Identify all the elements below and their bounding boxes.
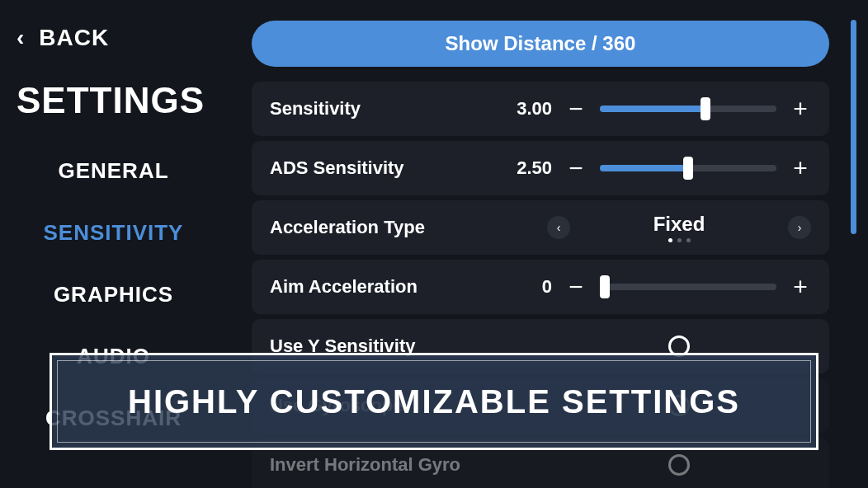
show-distance-label: Show Distance / 360 <box>446 32 636 55</box>
label-sensitivity: Sensitivity <box>270 98 493 120</box>
corner-icon <box>807 439 818 450</box>
banner-text: HIGHLY CUSTOMIZABLE SETTINGS <box>128 383 740 420</box>
corner-icon <box>50 439 61 450</box>
scrollbar[interactable] <box>851 20 856 473</box>
page-title: SETTINGS <box>17 80 210 121</box>
row-sensitivity: Sensitivity 3.00 − + <box>252 82 829 136</box>
slider-ads-sensitivity[interactable] <box>600 157 776 179</box>
increment-sensitivity[interactable]: + <box>790 95 811 123</box>
increment-ads[interactable]: + <box>790 154 811 182</box>
selector-value: Fixed <box>653 213 705 236</box>
promo-banner: HIGHLY CUSTOMIZABLE SETTINGS <box>50 353 818 450</box>
label-ads-sensitivity: ADS Sensitivity <box>270 157 493 179</box>
decrement-ads[interactable]: − <box>565 154 587 182</box>
label-acceleration-type: Acceleration Type <box>270 217 534 238</box>
scrollbar-thumb[interactable] <box>851 20 856 234</box>
tab-sensitivity[interactable]: SENSITIVITY <box>44 220 184 246</box>
selector-prev[interactable]: ‹ <box>547 216 570 239</box>
selector-next[interactable]: › <box>788 216 811 239</box>
label-aim-acceleration: Aim Acceleration <box>270 276 493 298</box>
selector-dots <box>668 238 691 242</box>
show-distance-button[interactable]: Show Distance / 360 <box>252 21 829 67</box>
slider-thumb[interactable] <box>600 275 610 298</box>
increment-aim-accel[interactable]: + <box>790 273 811 301</box>
slider-sensitivity[interactable] <box>600 98 776 120</box>
row-aim-acceleration: Aim Acceleration 0 − + <box>252 260 829 314</box>
value-aim-acceleration: 0 <box>506 276 552 298</box>
back-label: BACK <box>39 25 109 51</box>
row-acceleration-type: Acceleration Type ‹ Fixed › <box>252 200 829 255</box>
label-invert-h: Invert Horizontal Gyro <box>270 454 534 476</box>
toggle-invert-h[interactable] <box>668 454 690 476</box>
chevron-right-icon: › <box>798 221 802 234</box>
corner-icon <box>50 353 61 364</box>
slider-aim-acceleration[interactable] <box>600 276 776 298</box>
slider-fill <box>600 106 705 112</box>
selector-acceleration-type: ‹ Fixed › <box>547 213 811 242</box>
value-ads-sensitivity: 2.50 <box>506 157 552 179</box>
tab-general[interactable]: GENERAL <box>58 158 168 184</box>
corner-icon <box>807 353 818 364</box>
decrement-sensitivity[interactable]: − <box>565 95 587 123</box>
slider-thumb[interactable] <box>701 97 710 120</box>
chevron-left-icon: ‹ <box>557 221 561 234</box>
row-ads-sensitivity: ADS Sensitivity 2.50 − + <box>252 141 829 195</box>
slider-fill <box>600 165 688 171</box>
value-sensitivity: 3.00 <box>506 98 552 120</box>
decrement-aim-accel[interactable]: − <box>565 273 587 301</box>
slider-track <box>600 284 776 290</box>
back-button[interactable]: ‹ BACK <box>17 25 210 51</box>
tab-graphics[interactable]: GRAPHICS <box>54 282 173 307</box>
slider-thumb[interactable] <box>683 157 693 180</box>
chevron-left-icon: ‹ <box>17 25 24 51</box>
